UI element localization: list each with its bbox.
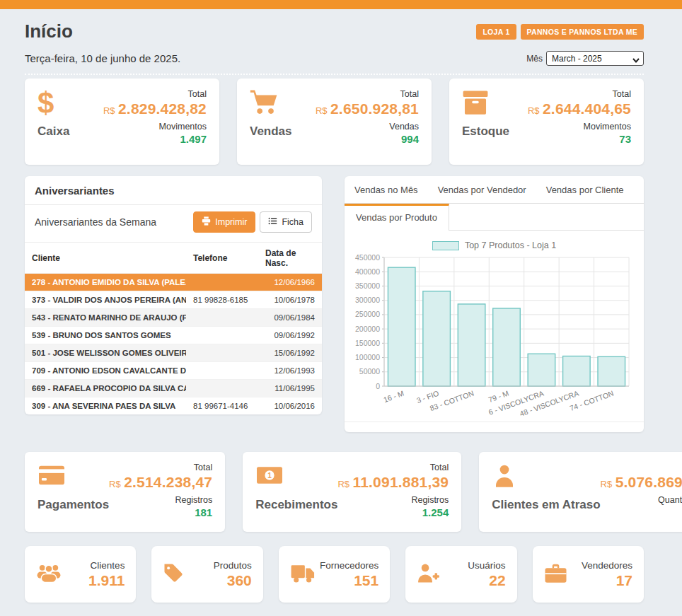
tab-vendas-no-mes[interactable]: Vendas no Mês: [345, 176, 428, 203]
summary-label: Clientes: [88, 560, 125, 571]
legend-swatch: [432, 241, 459, 250]
total-label: Total: [601, 463, 682, 472]
table-row[interactable]: 669 - RAFAELA PROCOPIO DA SILVA CA...11/…: [25, 380, 322, 397]
month-select[interactable]: March - 2025: [546, 51, 644, 66]
summary-label: Fornecedores: [320, 560, 378, 571]
column-header-data-nasc: Data de Nasc.: [258, 243, 322, 274]
money-bill-icon: 1: [255, 463, 337, 492]
tab-vendas-por-produto[interactable]: Vendas por Produto: [345, 204, 449, 231]
clientes-em-atraso-card: Clientes em Atraso Total R$ 5.076.869,67…: [479, 452, 682, 532]
svg-text:450000: 450000: [355, 253, 380, 262]
card-title: Recebimentos: [255, 498, 337, 512]
clientes-summary-card: Clientes 1.911: [25, 546, 136, 603]
company-badge: PANNOS E PANNOS LTDA ME: [521, 24, 644, 40]
credit-card-icon: [37, 463, 109, 492]
top-accent-bar: [0, 0, 682, 9]
vendedores-summary-card: Vendedores 17: [533, 546, 644, 603]
sales-panel: Vendas no Mês Vendas por Vendedor Vendas…: [345, 176, 644, 432]
svg-text:50000: 50000: [359, 367, 380, 376]
dollar-sign-icon: $: [37, 89, 69, 119]
briefcase-icon: [544, 562, 567, 586]
store-badge: LOJA 1: [476, 24, 516, 40]
svg-text:350000: 350000: [355, 281, 380, 290]
printer-icon: [202, 216, 211, 228]
summary-value: 22: [468, 572, 505, 589]
total-value: 2.829.428,82: [118, 100, 207, 117]
total-value: 2.644.404,65: [543, 100, 631, 117]
count-value: 1.497: [103, 133, 207, 145]
table-row[interactable]: 501 - JOSE WELISSON GOMES OLIVEIR...15/0…: [25, 344, 322, 362]
svg-text:400000: 400000: [355, 267, 380, 276]
print-button[interactable]: Imprimir: [193, 211, 255, 233]
count-value: 1.254: [337, 506, 449, 518]
panel-footer: [345, 422, 644, 432]
total-label: Total: [103, 89, 207, 99]
summary-label: Produtos: [214, 560, 252, 571]
legend-label: Top 7 Produtos - Loja 1: [465, 240, 556, 250]
currency-label: R$: [109, 479, 121, 489]
summary-value: 151: [320, 572, 378, 589]
total-label: Total: [337, 463, 449, 472]
column-header-telefone: Telefone: [186, 243, 258, 274]
total-value: 2.650.928,81: [330, 100, 419, 117]
svg-text:200000: 200000: [355, 325, 380, 333]
tab-vendas-por-vendedor[interactable]: Vendas por Vendedor: [428, 176, 536, 203]
count-value: 433: [601, 506, 682, 518]
count-label: Movimentos: [103, 122, 207, 132]
current-date: Terça-feira, 10 de junho de 2025.: [25, 52, 180, 64]
svg-text:16 - M: 16 - M: [382, 389, 405, 404]
currency-label: R$: [601, 479, 613, 489]
birthdays-title: Aniversariantes: [25, 176, 322, 205]
user-plus-icon: [417, 562, 441, 586]
total-label: Total: [109, 463, 212, 472]
svg-text:150000: 150000: [355, 339, 380, 347]
users-group-icon: [36, 562, 62, 586]
total-label: Total: [316, 89, 419, 99]
total-label: Total: [528, 89, 631, 99]
total-value: 5.076.869,67: [615, 474, 682, 490]
estoque-card: Estoque Total R$ 2.644.404,65 Movimentos…: [449, 79, 644, 165]
table-row[interactable]: 709 - ANTONIO EDSON CAVALCANTE D...12/06…: [25, 362, 322, 380]
count-value: 994: [316, 133, 419, 145]
count-label: Vendas: [316, 122, 419, 132]
svg-text:1: 1: [267, 472, 272, 480]
date-row: Terça-feira, 10 de junho de 2025. Mês Ma…: [25, 51, 644, 75]
total-value: 2.514.238,47: [124, 474, 212, 490]
column-header-cliente: Cliente: [25, 243, 186, 274]
count-value: 181: [109, 506, 212, 518]
svg-text:0: 0: [376, 382, 380, 390]
vendas-card: Vendas Total R$ 2.650.928,81 Vendas 994: [237, 79, 432, 165]
table-row[interactable]: 309 - ANA SEVERINA PAES DA SILVA81 99671…: [25, 397, 322, 415]
table-row[interactable]: 539 - BRUNO DOS SANTOS GOMES09/06/1992: [25, 327, 322, 344]
table-row[interactable]: 373 - VALDIR DOS ANJOS PEREIRA (AN...81 …: [25, 291, 322, 309]
card-title: Estoque: [462, 124, 509, 139]
produtos-summary-card: Produtos 360: [151, 546, 262, 603]
summary-label: Vendedores: [582, 560, 632, 571]
table-row[interactable]: 278 - ANTONIO EMIDIO DA SILVA (PALE...12…: [25, 274, 322, 291]
count-value: 73: [528, 133, 631, 145]
table-row[interactable]: 543 - RENATO MARINHO DE ARAUJO (F...09/0…: [25, 309, 322, 327]
summary-label: Usuários: [468, 560, 505, 571]
archive-box-icon: [462, 89, 509, 119]
svg-text:300000: 300000: [355, 296, 380, 304]
birthdays-subtitle: Aniversariantes da Semana: [35, 216, 156, 228]
top-products-chart-area: Top 7 Produtos - Loja 1 0500001000001500…: [345, 231, 644, 419]
tag-icon: [163, 562, 184, 586]
summary-value: 360: [214, 572, 252, 589]
card-title: Vendas: [250, 124, 292, 139]
count-label: Registros: [337, 495, 449, 505]
ficha-button[interactable]: Ficha: [260, 211, 312, 233]
currency-label: R$: [316, 105, 328, 116]
recebimentos-card: 1 Recebimentos Total R$ 11.091.881,39 Re…: [243, 452, 461, 532]
summary-value: 17: [582, 572, 632, 589]
birthdays-panel: Aniversariantes Aniversariantes da Seman…: [25, 176, 322, 414]
shopping-cart-icon: [250, 89, 292, 119]
card-title: Clientes em Atraso: [492, 498, 600, 512]
fornecedores-summary-card: Fornecedores 151: [279, 546, 390, 603]
count-label: Quantidade: [601, 495, 682, 505]
tab-vendas-por-cliente[interactable]: Vendas por Cliente: [536, 176, 634, 203]
month-label: Mês: [526, 54, 543, 64]
usuarios-summary-card: Usuários 22: [405, 546, 516, 603]
svg-text:100000: 100000: [355, 353, 380, 361]
list-icon: [268, 216, 277, 228]
